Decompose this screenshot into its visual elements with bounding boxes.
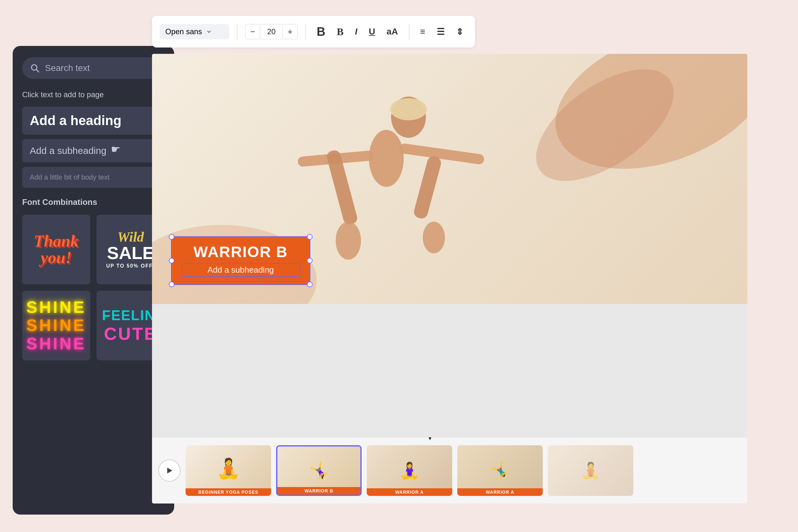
font-size-decrease-button[interactable]: − bbox=[245, 24, 260, 39]
selection-handle-tr[interactable] bbox=[307, 234, 312, 240]
canvas-background: WARRIOR B Add a subheading bbox=[152, 54, 747, 304]
warrior-subheading[interactable]: Add a subheading bbox=[181, 263, 300, 277]
selection-handle-ml[interactable] bbox=[169, 258, 174, 264]
chevron-down-icon bbox=[206, 28, 212, 35]
warrior-text-box[interactable]: WARRIOR B Add a subheading bbox=[171, 236, 310, 285]
search-input[interactable] bbox=[45, 63, 157, 73]
font-size-control: − 20 + bbox=[245, 24, 298, 39]
toolbar-divider-3 bbox=[409, 24, 410, 40]
filmstrip-thumb-2[interactable]: 🤸‍♀️ WARRIOR B bbox=[276, 445, 362, 496]
filmstrip-thumb-1[interactable]: 🧘‍♀️ BEGINNER YOGA POSES bbox=[186, 445, 271, 496]
left-panel: Click text to add to page Add a heading … bbox=[13, 46, 174, 515]
svg-point-2 bbox=[369, 130, 404, 187]
font-combo-thankyou[interactable]: Thank you! bbox=[22, 215, 90, 284]
add-subheading-button[interactable]: Add a subheading ☛ bbox=[22, 139, 165, 163]
svg-point-10 bbox=[423, 222, 445, 253]
canvas-area: WARRIOR B Add a subheading ▼ 🧘‍♀️ BEGINN… bbox=[152, 54, 747, 504]
filmstrip-thumb-3[interactable]: 🧘‍♀️ WARRIOR A bbox=[367, 445, 452, 496]
warrior-title: WARRIOR B bbox=[181, 243, 300, 261]
click-hint: Click text to add to page bbox=[22, 90, 165, 99]
filmstrip-caret: ▼ bbox=[425, 437, 435, 443]
font-combinations-label: Font Combinations bbox=[22, 197, 165, 207]
font-size-large-button[interactable]: B bbox=[314, 22, 328, 41]
svg-rect-6 bbox=[399, 143, 485, 165]
thumb-3-label: WARRIOR A bbox=[367, 488, 452, 496]
text-case-button[interactable]: aA bbox=[383, 24, 401, 39]
selection-handle-mr[interactable] bbox=[307, 258, 312, 264]
font-size-increase-button[interactable]: + bbox=[283, 24, 298, 39]
text-align-button[interactable]: ≡ bbox=[417, 24, 429, 39]
bold-button[interactable]: B bbox=[334, 23, 346, 40]
line-spacing-button[interactable]: ⇕ bbox=[453, 24, 467, 40]
svg-rect-8 bbox=[413, 155, 442, 220]
toolbar-divider-2 bbox=[305, 24, 306, 40]
thumb-2-label: WARRIOR B bbox=[278, 487, 360, 495]
svg-line-1 bbox=[36, 70, 39, 72]
selection-handle-bl[interactable] bbox=[169, 282, 174, 287]
filmstrip-thumb-4[interactable]: 🤸‍♂️ WARRIOR A bbox=[457, 445, 543, 496]
cursor-icon: ☛ bbox=[111, 143, 120, 155]
underline-button[interactable]: U bbox=[366, 24, 378, 39]
thumb-5-bg: 🧘 bbox=[548, 445, 633, 496]
thumb-1-label: BEGINNER YOGA POSES bbox=[186, 488, 271, 496]
svg-point-9 bbox=[336, 222, 361, 260]
search-icon bbox=[30, 63, 40, 73]
search-bar[interactable] bbox=[22, 57, 165, 79]
font-combo-grid: Thank you! Wild SALE UP TO 50% OFF! SHIN… bbox=[22, 215, 165, 360]
svg-point-4 bbox=[390, 98, 427, 120]
selection-handle-tl[interactable] bbox=[169, 234, 174, 240]
text-toolbar: Open sans − 20 + B B I U aA ≡ ☰ ⇕ bbox=[152, 16, 475, 48]
play-button[interactable] bbox=[158, 459, 180, 482]
filmstrip: ▼ 🧘‍♀️ BEGINNER YOGA POSES 🤸‍♀️ WARRIOR … bbox=[152, 437, 747, 504]
bullet-list-button[interactable]: ☰ bbox=[434, 24, 448, 40]
font-size-value[interactable]: 20 bbox=[260, 24, 283, 39]
font-family-selector[interactable]: Open sans bbox=[159, 24, 229, 39]
font-combo-shine[interactable]: SHINE SHINE SHINE bbox=[22, 291, 90, 360]
selection-handle-br[interactable] bbox=[307, 282, 312, 287]
svg-marker-11 bbox=[167, 468, 172, 473]
filmstrip-thumb-5[interactable]: 🧘 bbox=[548, 445, 633, 496]
thumb-4-label: WARRIOR A bbox=[457, 488, 543, 496]
toolbar-divider-1 bbox=[237, 24, 238, 40]
add-heading-button[interactable]: Add a heading bbox=[22, 107, 165, 135]
italic-button[interactable]: I bbox=[352, 24, 361, 39]
add-body-text-button[interactable]: Add a little bit of body text bbox=[22, 167, 165, 188]
